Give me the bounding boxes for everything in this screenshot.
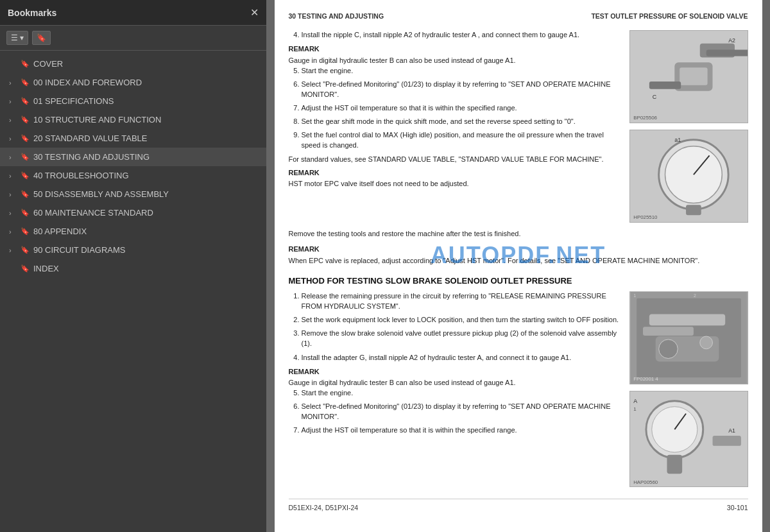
step-4: Install the nipple C, install nipple A2 … bbox=[302, 30, 622, 40]
svg-text:FP02001 4: FP02001 4 bbox=[633, 376, 658, 382]
s2-step-4: Install the adapter G, install nipple A2… bbox=[302, 353, 622, 363]
bookmark-label-30-testing: 30 TESTING AND ADJUSTING bbox=[33, 152, 260, 162]
s2-step-7: Adjust the HST oil temperature so that i… bbox=[302, 425, 622, 436]
image-hap00560: A 1 A1 HAP00560 bbox=[629, 391, 748, 487]
sidebar-item-50-disassembly[interactable]: ›🔖50 DISASSEMBLY AND ASSEMBLY bbox=[0, 185, 266, 203]
toolbar-menu-button[interactable]: ☰ ▾ bbox=[6, 31, 28, 45]
expand-arrow-90-circuit: › bbox=[9, 246, 17, 254]
svg-rect-6 bbox=[649, 82, 680, 89]
section2-images: 1 2 FP02001 4 bbox=[629, 291, 748, 487]
footer-right: 30-101 bbox=[727, 503, 748, 513]
sidebar-toolbar: ☰ ▾ 🔖 bbox=[0, 26, 266, 51]
sidebar-item-index[interactable]: 🔖INDEX bbox=[0, 259, 266, 278]
sidebar-item-30-testing[interactable]: ›🔖30 TESTING AND ADJUSTING bbox=[0, 148, 266, 166]
sidebar-close-button[interactable]: ✕ bbox=[250, 6, 259, 19]
sidebar-items: 🔖COVER›🔖00 INDEX AND FOREWORD›🔖01 SPECIF… bbox=[0, 51, 266, 532]
remark-2-text: HST motor EPC valve itself does not need… bbox=[289, 179, 622, 189]
svg-text:1: 1 bbox=[633, 406, 636, 411]
svg-text:C: C bbox=[652, 94, 656, 100]
svg-rect-14 bbox=[686, 205, 701, 216]
step-9: Set the fuel control dial to MAX (High i… bbox=[302, 130, 622, 151]
sidebar-item-01-spec[interactable]: ›🔖01 SPECIFICATIONS bbox=[0, 92, 266, 110]
svg-point-24 bbox=[699, 336, 712, 349]
svg-text:A1: A1 bbox=[728, 427, 735, 434]
remark-3-label: REMARK bbox=[289, 245, 748, 255]
s2-step-2: Set the work equipment lock lever to LOC… bbox=[302, 315, 622, 325]
image-fp020014: 1 2 FP02001 4 bbox=[629, 291, 748, 384]
expand-arrow-60-maintenance: › bbox=[9, 209, 17, 217]
remark-2-label: REMARK bbox=[289, 168, 622, 178]
bookmark-icon-01-spec: 🔖 bbox=[21, 97, 30, 105]
svg-text:HP025510: HP025510 bbox=[633, 214, 658, 220]
sidebar-item-90-circuit[interactable]: ›🔖90 CIRCUIT DIAGRAMS bbox=[0, 241, 266, 259]
svg-rect-21 bbox=[643, 327, 694, 336]
bookmark-label-10-structure: 10 STRUCTURE AND FUNCTION bbox=[33, 115, 260, 124]
sidebar-item-cover[interactable]: 🔖COVER bbox=[0, 55, 266, 73]
bookmark-icon-60-maintenance: 🔖 bbox=[21, 209, 30, 217]
steps-list-5: Start the engine. Select "Pre-defined Mo… bbox=[302, 388, 622, 436]
svg-point-11 bbox=[665, 146, 722, 203]
sidebar-item-40-trouble[interactable]: ›🔖40 TROUBLESHOOTING bbox=[0, 166, 266, 185]
image-hp025510: HP025510 a1 bbox=[629, 130, 748, 223]
svg-text:a1: a1 bbox=[674, 137, 681, 143]
bookmark-label-60-maintenance: 60 MAINTENANCE STANDARD bbox=[33, 208, 260, 218]
main-content-area: 30 TESTING AND ADJUSTING TEST OUTLET PRE… bbox=[266, 0, 770, 532]
expand-arrow-50-disassembly: › bbox=[9, 191, 17, 198]
remark-1-label: REMARK bbox=[289, 44, 622, 55]
steps-list-4: Install the adapter G, install nipple A2… bbox=[302, 353, 622, 363]
sidebar-item-00-index[interactable]: ›🔖00 INDEX AND FOREWORD bbox=[0, 73, 266, 92]
bookmark-icon-cover: 🔖 bbox=[21, 60, 30, 68]
expand-arrow-40-trouble: › bbox=[9, 172, 17, 180]
bookmark-label-00-index: 00 INDEX AND FOREWORD bbox=[33, 78, 260, 87]
bookmark-label-50-disassembly: 50 DISASSEMBLY AND ASSEMBLY bbox=[33, 189, 260, 199]
section2-text: Release the remaining pressure in the ci… bbox=[289, 291, 622, 487]
expand-arrow-30-testing: › bbox=[9, 153, 17, 161]
remark-3-text: When EPC valve is replaced, adjust accor… bbox=[289, 256, 748, 266]
s2-remark-1-text: Gauge in digital hydraulic tester B can … bbox=[289, 378, 622, 388]
step-5: Start the engine. bbox=[302, 66, 622, 76]
steps-list-1: Install the nipple C, install nipple A2 … bbox=[302, 30, 622, 40]
bookmark-label-90-circuit: 90 CIRCUIT DIAGRAMS bbox=[33, 245, 260, 255]
sidebar-item-80-appendix[interactable]: ›🔖80 APPENDIX bbox=[0, 222, 266, 241]
s2-step-1: Release the remaining pressure in the ci… bbox=[302, 291, 622, 312]
bookmark-icon-80-appendix: 🔖 bbox=[21, 227, 30, 236]
bookmark-icon-50-disassembly: 🔖 bbox=[21, 190, 30, 198]
page-footer: D51EXI-24, D51PXI-24 30-101 bbox=[289, 499, 748, 513]
s2-step-3: Remove the slow brake solenoid valve out… bbox=[302, 329, 622, 349]
remark-1-text: Gauge in digital hydraulic tester B can … bbox=[289, 56, 622, 66]
for-standard-note: For standard values, see STANDARD VALUE … bbox=[289, 155, 622, 165]
sidebar-item-20-standard[interactable]: ›🔖20 STANDARD VALUE TABLE bbox=[0, 129, 266, 148]
closing-text: Remove the testing tools and restore the… bbox=[289, 229, 748, 239]
svg-rect-32 bbox=[667, 455, 682, 474]
s2-step-5: Start the engine. bbox=[302, 388, 622, 399]
s2-remark-1-label: REMARK bbox=[289, 367, 622, 377]
svg-rect-2 bbox=[706, 50, 747, 56]
sidebar-item-60-maintenance[interactable]: ›🔖60 MAINTENANCE STANDARD bbox=[0, 203, 266, 222]
svg-text:A2: A2 bbox=[728, 37, 735, 44]
footer-left: D51EXI-24, D51PXI-24 bbox=[289, 503, 359, 513]
steps-list-2: Start the engine. Select "Pre-defined Mo… bbox=[302, 66, 622, 151]
bookmark-icon-40-trouble: 🔖 bbox=[21, 171, 30, 180]
page-header: 30 TESTING AND ADJUSTING TEST OUTLET PRE… bbox=[289, 12, 748, 21]
toolbar-bookmark-button[interactable]: 🔖 bbox=[32, 31, 51, 45]
expand-arrow-01-spec: › bbox=[9, 98, 17, 105]
svg-text:A: A bbox=[633, 398, 637, 404]
watermark: AUTOPDF.NET bbox=[431, 239, 606, 272]
sidebar-item-10-structure[interactable]: ›🔖10 STRUCTURE AND FUNCTION bbox=[0, 110, 266, 129]
step-6: Select "Pre-defined Monitoring" (01/23) … bbox=[302, 80, 622, 100]
svg-text:2: 2 bbox=[693, 293, 696, 298]
bookmark-icon-00-index: 🔖 bbox=[21, 78, 30, 87]
sidebar-header: Bookmarks ✕ bbox=[0, 0, 266, 26]
section1-text: Install the nipple C, install nipple A2 … bbox=[289, 30, 622, 223]
svg-text:HAP00560: HAP00560 bbox=[633, 479, 658, 485]
step-7: Adjust the HST oil temperature so that i… bbox=[302, 103, 622, 114]
bookmark-label-40-trouble: 40 TROUBLESHOOTING bbox=[33, 171, 260, 180]
section2-heading: METHOD FOR TESTING SLOW BRAKE SOLENOID O… bbox=[289, 275, 748, 287]
sidebar: Bookmarks ✕ ☰ ▾ 🔖 🔖COVER›🔖00 INDEX AND F… bbox=[0, 0, 266, 532]
svg-rect-33 bbox=[712, 436, 740, 446]
header-right: TEST OUTLET PRESSURE OF SOLENOID VALVE bbox=[591, 12, 748, 21]
image-bp025506: A2 C BP025506 bbox=[629, 30, 748, 123]
s2-step-6: Select "Pre-defined Monitoring" (01/23) … bbox=[302, 402, 622, 422]
bookmark-icon-index: 🔖 bbox=[21, 264, 30, 273]
svg-point-23 bbox=[658, 339, 678, 359]
